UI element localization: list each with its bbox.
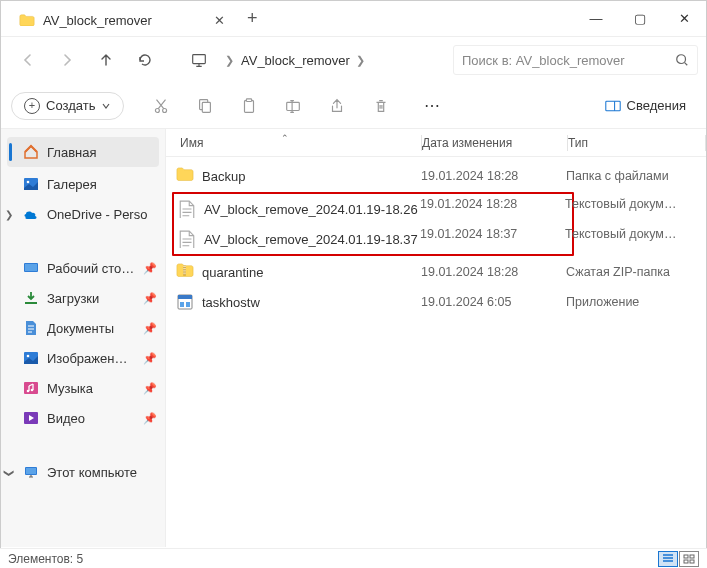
details-pane-label: Сведения: [627, 98, 686, 113]
file-type: Сжатая ZIP-папка: [566, 265, 706, 279]
table-row[interactable]: Backup19.01.2024 18:28Папка с файлами: [166, 161, 706, 191]
title-bar: AV_block_remover ✕ + — ▢ ✕: [1, 1, 706, 37]
column-date[interactable]: Дата изменения: [422, 136, 567, 150]
details-pane-icon: [605, 100, 621, 112]
window-controls: — ▢ ✕: [574, 1, 706, 37]
chevron-right-icon[interactable]: ❯: [219, 54, 240, 67]
new-button[interactable]: + Создать: [11, 92, 124, 120]
svg-rect-0: [193, 55, 206, 64]
column-type[interactable]: Тип: [568, 136, 705, 150]
breadcrumb[interactable]: AV_block_remover ❯: [241, 53, 371, 68]
cut-icon[interactable]: [140, 88, 182, 124]
refresh-button[interactable]: [126, 42, 164, 78]
zip-icon: [176, 263, 194, 281]
computer-icon: [23, 464, 39, 480]
sidebar-item-desktop[interactable]: Рабочий сто… 📌: [1, 253, 165, 283]
file-name: AV_block_remove_2024.01.19-18.26: [204, 202, 418, 217]
nav-toolbar: ❯ AV_block_remover ❯ Поиск в: AV_block_r…: [1, 37, 706, 83]
file-type: Приложение: [566, 295, 706, 309]
folder-icon: [176, 167, 194, 185]
close-tab-icon[interactable]: ✕: [214, 13, 225, 28]
status-text: Элементов: 5: [8, 552, 83, 566]
file-date: 19.01.2024 18:37: [420, 227, 565, 241]
svg-rect-8: [287, 102, 300, 110]
table-row[interactable]: taskhostw19.01.2024 6:05Приложение: [166, 287, 706, 317]
sidebar-item-videos[interactable]: Видео 📌: [1, 403, 165, 433]
status-bar: Элементов: 5: [0, 548, 707, 568]
sidebar-item-pictures[interactable]: Изображен… 📌: [1, 343, 165, 373]
search-placeholder: Поиск в: AV_block_remover: [462, 53, 675, 68]
file-name: Backup: [202, 169, 245, 184]
sort-indicator-icon: ⌃: [281, 133, 289, 143]
view-details-button[interactable]: [658, 551, 678, 567]
pin-icon: 📌: [143, 322, 157, 335]
rename-icon[interactable]: [272, 88, 314, 124]
action-toolbar: + Создать ⋯ Сведения: [1, 83, 706, 129]
share-icon[interactable]: [316, 88, 358, 124]
sidebar-item-documents[interactable]: Документы 📌: [1, 313, 165, 343]
back-button[interactable]: [9, 42, 47, 78]
location-root-icon[interactable]: [180, 42, 218, 78]
text-icon: [178, 200, 196, 218]
sidebar-item-gallery[interactable]: Галерея: [1, 169, 165, 199]
home-icon: [23, 144, 39, 160]
up-button[interactable]: [87, 42, 125, 78]
pin-icon: 📌: [143, 382, 157, 395]
table-row[interactable]: quarantine19.01.2024 18:28Сжатая ZIP-пап…: [166, 257, 706, 287]
chevron-right-icon[interactable]: ❯: [350, 54, 371, 67]
documents-icon: [23, 320, 39, 336]
svg-rect-13: [25, 264, 37, 271]
pin-icon: 📌: [143, 262, 157, 275]
column-headers: Имя ⌃ Дата изменения Тип: [166, 129, 706, 157]
sidebar-item-music[interactable]: Музыка 📌: [1, 373, 165, 403]
svg-rect-28: [690, 555, 694, 558]
more-options-button[interactable]: ⋯: [416, 96, 448, 115]
svg-rect-27: [684, 555, 688, 558]
videos-icon: [23, 410, 39, 426]
svg-point-1: [677, 55, 686, 64]
chevron-right-icon[interactable]: ❯: [5, 209, 13, 220]
details-pane-button[interactable]: Сведения: [595, 94, 696, 117]
file-name: taskhostw: [202, 295, 260, 310]
file-pane: Имя ⌃ Дата изменения Тип Backup19.01.202…: [166, 129, 706, 547]
sidebar-item-onedrive[interactable]: ❯ OneDrive - Perso: [1, 199, 165, 229]
file-type: Текстовый докум…: [565, 227, 682, 241]
svg-rect-29: [684, 560, 688, 563]
svg-rect-7: [247, 98, 252, 101]
onedrive-icon: [23, 206, 39, 222]
new-tab-button[interactable]: +: [237, 8, 268, 29]
sidebar-item-home[interactable]: Главная: [7, 137, 159, 167]
view-large-button[interactable]: [679, 551, 699, 567]
svg-point-2: [156, 108, 160, 112]
svg-rect-21: [26, 468, 36, 474]
svg-point-18: [31, 389, 34, 392]
breadcrumb-item[interactable]: AV_block_remover: [241, 53, 350, 68]
search-input[interactable]: Поиск в: AV_block_remover: [453, 45, 698, 75]
copy-icon[interactable]: [184, 88, 226, 124]
chevron-down-icon[interactable]: ❯: [4, 468, 15, 476]
svg-rect-26: [186, 302, 190, 307]
maximize-button[interactable]: ▢: [618, 1, 662, 37]
folder-icon: [19, 14, 35, 28]
file-date: 19.01.2024 6:05: [421, 295, 566, 309]
search-icon: [675, 53, 689, 67]
sidebar-item-this-pc[interactable]: ❯ Этот компьюте: [1, 457, 165, 487]
sidebar-item-downloads[interactable]: Загрузки 📌: [1, 283, 165, 313]
file-date: 19.01.2024 18:28: [421, 169, 566, 183]
minimize-button[interactable]: —: [574, 1, 618, 37]
pin-icon: 📌: [143, 352, 157, 365]
svg-point-3: [163, 108, 167, 112]
main-area: Главная Галерея ❯ OneDrive - Perso Рабоч…: [1, 129, 706, 547]
sidebar: Главная Галерея ❯ OneDrive - Perso Рабоч…: [1, 129, 166, 547]
delete-icon[interactable]: [360, 88, 402, 124]
tab-title: AV_block_remover: [43, 13, 152, 28]
text-icon: [178, 230, 196, 248]
column-name[interactable]: Имя ⌃: [166, 136, 421, 150]
pin-icon: 📌: [143, 412, 157, 425]
file-date: 19.01.2024 18:28: [420, 197, 565, 211]
paste-icon[interactable]: [228, 88, 270, 124]
close-button[interactable]: ✕: [662, 1, 706, 37]
window-tab[interactable]: AV_block_remover ✕: [7, 7, 237, 34]
svg-rect-16: [24, 382, 38, 394]
forward-button[interactable]: [48, 42, 86, 78]
